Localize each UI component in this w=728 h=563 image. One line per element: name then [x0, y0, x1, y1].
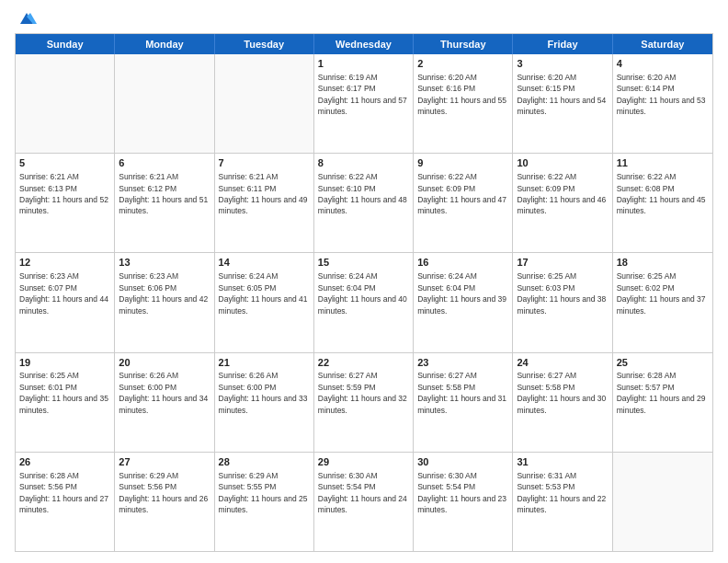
day-header-saturday: Saturday [613, 34, 712, 54]
day-number: 26 [19, 455, 110, 469]
day-info: Sunrise: 6:26 AM Sunset: 6:00 PM Dayligh… [219, 371, 308, 414]
calendar-day-5: 5Sunrise: 6:21 AM Sunset: 6:13 PM Daylig… [16, 154, 115, 252]
calendar-header: SundayMondayTuesdayWednesdayThursdayFrid… [16, 34, 712, 54]
day-number: 27 [119, 455, 210, 469]
logo [15, 11, 37, 26]
calendar-day-23: 23Sunrise: 6:27 AM Sunset: 5:58 PM Dayli… [414, 353, 513, 452]
calendar-day-21: 21Sunrise: 6:26 AM Sunset: 6:00 PM Dayli… [215, 353, 314, 452]
day-info: Sunrise: 6:29 AM Sunset: 5:56 PM Dayligh… [119, 471, 208, 514]
day-number: 23 [417, 356, 508, 370]
calendar-day-19: 19Sunrise: 6:25 AM Sunset: 6:01 PM Dayli… [16, 353, 115, 452]
day-number: 25 [617, 356, 709, 370]
day-info: Sunrise: 6:27 AM Sunset: 5:59 PM Dayligh… [318, 371, 407, 414]
day-info: Sunrise: 6:31 AM Sunset: 5:53 PM Dayligh… [517, 471, 606, 514]
day-number: 30 [417, 455, 508, 469]
day-info: Sunrise: 6:28 AM Sunset: 5:56 PM Dayligh… [19, 471, 108, 514]
calendar-body: 1Sunrise: 6:19 AM Sunset: 6:17 PM Daylig… [16, 54, 712, 551]
day-number: 19 [19, 356, 110, 370]
calendar-week-5: 26Sunrise: 6:28 AM Sunset: 5:56 PM Dayli… [16, 453, 712, 551]
day-number: 18 [617, 256, 709, 270]
calendar-day-12: 12Sunrise: 6:23 AM Sunset: 6:07 PM Dayli… [16, 253, 115, 351]
day-number: 21 [219, 356, 310, 370]
day-info: Sunrise: 6:20 AM Sunset: 6:15 PM Dayligh… [517, 73, 606, 116]
day-header-monday: Monday [115, 34, 214, 54]
day-header-wednesday: Wednesday [314, 34, 414, 54]
day-info: Sunrise: 6:21 AM Sunset: 6:11 PM Dayligh… [219, 172, 308, 215]
day-info: Sunrise: 6:25 AM Sunset: 6:01 PM Dayligh… [19, 371, 108, 414]
calendar-day-4: 4Sunrise: 6:20 AM Sunset: 6:14 PM Daylig… [613, 54, 712, 153]
calendar-day-14: 14Sunrise: 6:24 AM Sunset: 6:05 PM Dayli… [215, 253, 314, 351]
day-number: 31 [517, 455, 608, 469]
day-number: 24 [517, 356, 608, 370]
day-header-sunday: Sunday [16, 34, 115, 54]
calendar-day-27: 27Sunrise: 6:29 AM Sunset: 5:56 PM Dayli… [115, 453, 214, 551]
calendar-day-8: 8Sunrise: 6:22 AM Sunset: 6:10 PM Daylig… [314, 154, 414, 252]
day-number: 10 [517, 156, 608, 170]
calendar-empty-cell [16, 54, 115, 153]
calendar-day-22: 22Sunrise: 6:27 AM Sunset: 5:59 PM Dayli… [314, 353, 414, 452]
calendar-day-15: 15Sunrise: 6:24 AM Sunset: 6:04 PM Dayli… [314, 253, 414, 351]
calendar-day-29: 29Sunrise: 6:30 AM Sunset: 5:54 PM Dayli… [314, 453, 414, 551]
day-info: Sunrise: 6:30 AM Sunset: 5:54 PM Dayligh… [318, 471, 407, 514]
calendar-empty-cell [613, 453, 712, 551]
day-header-tuesday: Tuesday [215, 34, 314, 54]
calendar-day-11: 11Sunrise: 6:22 AM Sunset: 6:08 PM Dayli… [613, 154, 712, 252]
calendar-week-3: 12Sunrise: 6:23 AM Sunset: 6:07 PM Dayli… [16, 253, 712, 352]
day-number: 2 [417, 57, 508, 71]
calendar-day-1: 1Sunrise: 6:19 AM Sunset: 6:17 PM Daylig… [314, 54, 414, 153]
header [15, 11, 713, 26]
day-number: 5 [19, 156, 110, 170]
day-number: 29 [318, 455, 409, 469]
day-info: Sunrise: 6:28 AM Sunset: 5:57 PM Dayligh… [617, 371, 706, 414]
calendar-day-6: 6Sunrise: 6:21 AM Sunset: 6:12 PM Daylig… [115, 154, 214, 252]
calendar-day-31: 31Sunrise: 6:31 AM Sunset: 5:53 PM Dayli… [513, 453, 612, 551]
day-info: Sunrise: 6:26 AM Sunset: 6:00 PM Dayligh… [119, 371, 208, 414]
day-number: 1 [318, 57, 409, 71]
day-number: 3 [517, 57, 608, 71]
day-info: Sunrise: 6:21 AM Sunset: 6:12 PM Dayligh… [119, 172, 208, 215]
calendar-day-10: 10Sunrise: 6:22 AM Sunset: 6:09 PM Dayli… [513, 154, 612, 252]
day-info: Sunrise: 6:27 AM Sunset: 5:58 PM Dayligh… [517, 371, 606, 414]
calendar: SundayMondayTuesdayWednesdayThursdayFrid… [15, 33, 713, 552]
logo-icon [17, 11, 37, 28]
day-number: 7 [219, 156, 310, 170]
day-info: Sunrise: 6:27 AM Sunset: 5:58 PM Dayligh… [417, 371, 506, 414]
day-info: Sunrise: 6:25 AM Sunset: 6:02 PM Dayligh… [617, 271, 706, 315]
day-number: 8 [318, 156, 409, 170]
calendar-day-17: 17Sunrise: 6:25 AM Sunset: 6:03 PM Dayli… [513, 253, 612, 351]
day-number: 4 [617, 57, 709, 71]
calendar-day-3: 3Sunrise: 6:20 AM Sunset: 6:15 PM Daylig… [513, 54, 612, 153]
day-number: 6 [119, 156, 210, 170]
calendar-week-2: 5Sunrise: 6:21 AM Sunset: 6:13 PM Daylig… [16, 154, 712, 253]
day-number: 13 [119, 256, 210, 270]
day-info: Sunrise: 6:25 AM Sunset: 6:03 PM Dayligh… [517, 271, 606, 315]
day-number: 12 [19, 256, 110, 270]
calendar-day-20: 20Sunrise: 6:26 AM Sunset: 6:00 PM Dayli… [115, 353, 214, 452]
calendar-day-26: 26Sunrise: 6:28 AM Sunset: 5:56 PM Dayli… [16, 453, 115, 551]
calendar-day-13: 13Sunrise: 6:23 AM Sunset: 6:06 PM Dayli… [115, 253, 214, 351]
day-info: Sunrise: 6:22 AM Sunset: 6:08 PM Dayligh… [617, 172, 706, 215]
day-info: Sunrise: 6:24 AM Sunset: 6:04 PM Dayligh… [318, 271, 407, 315]
day-number: 17 [517, 256, 608, 270]
calendar-day-18: 18Sunrise: 6:25 AM Sunset: 6:02 PM Dayli… [613, 253, 712, 351]
day-info: Sunrise: 6:24 AM Sunset: 6:05 PM Dayligh… [219, 271, 308, 315]
day-info: Sunrise: 6:22 AM Sunset: 6:10 PM Dayligh… [318, 172, 407, 215]
day-info: Sunrise: 6:19 AM Sunset: 6:17 PM Dayligh… [318, 73, 407, 116]
day-info: Sunrise: 6:30 AM Sunset: 5:54 PM Dayligh… [417, 471, 506, 514]
calendar-day-28: 28Sunrise: 6:29 AM Sunset: 5:55 PM Dayli… [215, 453, 314, 551]
day-info: Sunrise: 6:20 AM Sunset: 6:16 PM Dayligh… [417, 73, 506, 116]
day-info: Sunrise: 6:23 AM Sunset: 6:06 PM Dayligh… [119, 271, 208, 315]
calendar-empty-cell [115, 54, 214, 153]
day-header-friday: Friday [513, 34, 612, 54]
calendar-day-25: 25Sunrise: 6:28 AM Sunset: 5:57 PM Dayli… [613, 353, 712, 452]
calendar-day-9: 9Sunrise: 6:22 AM Sunset: 6:09 PM Daylig… [414, 154, 513, 252]
day-info: Sunrise: 6:22 AM Sunset: 6:09 PM Dayligh… [417, 172, 506, 215]
calendar-day-16: 16Sunrise: 6:24 AM Sunset: 6:04 PM Dayli… [414, 253, 513, 351]
day-info: Sunrise: 6:29 AM Sunset: 5:55 PM Dayligh… [219, 471, 308, 514]
calendar-day-24: 24Sunrise: 6:27 AM Sunset: 5:58 PM Dayli… [513, 353, 612, 452]
calendar-day-30: 30Sunrise: 6:30 AM Sunset: 5:54 PM Dayli… [414, 453, 513, 551]
page: SundayMondayTuesdayWednesdayThursdayFrid… [0, 0, 728, 563]
day-number: 11 [617, 156, 709, 170]
day-number: 15 [318, 256, 409, 270]
calendar-day-2: 2Sunrise: 6:20 AM Sunset: 6:16 PM Daylig… [414, 54, 513, 153]
